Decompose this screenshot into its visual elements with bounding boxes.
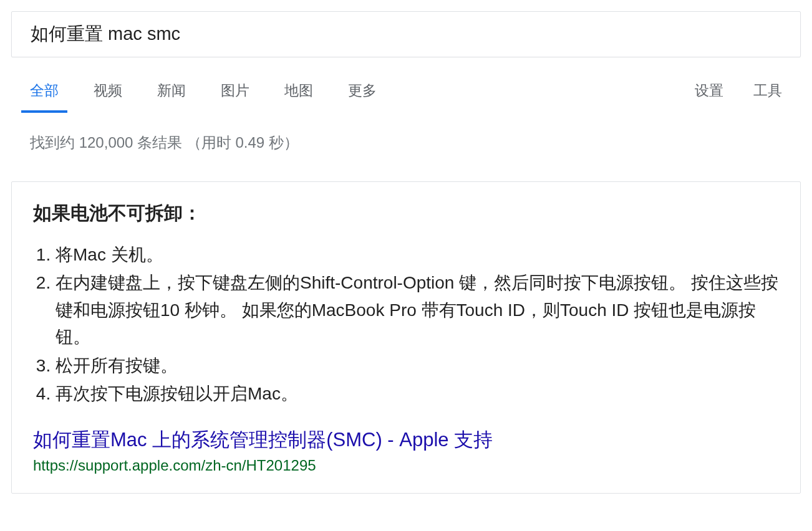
list-item: 在内建键盘上，按下键盘左侧的Shift-Control-Option 键，然后同… bbox=[56, 269, 779, 350]
tab-more[interactable]: 更多 bbox=[348, 81, 377, 112]
search-tabs: 全部 视频 新闻 图片 地图 更多 设置 工具 bbox=[0, 81, 812, 112]
tab-maps[interactable]: 地图 bbox=[284, 81, 313, 112]
list-item: 将Mac 关机。 bbox=[56, 241, 779, 268]
tab-news[interactable]: 新闻 bbox=[157, 81, 186, 112]
snippet-heading: 如果电池不可拆卸： bbox=[33, 201, 779, 226]
settings-link[interactable]: 设置 bbox=[695, 81, 723, 112]
tools-link[interactable]: 工具 bbox=[753, 81, 782, 112]
search-input[interactable] bbox=[31, 24, 759, 45]
tab-videos[interactable]: 视频 bbox=[94, 81, 122, 112]
result-url: https://support.apple.com/zh-cn/HT201295 bbox=[33, 457, 779, 474]
result-stats: 找到约 120,000 条结果 （用时 0.49 秒） bbox=[30, 133, 812, 153]
list-item: 松开所有按键。 bbox=[56, 352, 779, 379]
search-bar bbox=[11, 11, 801, 57]
tab-all[interactable]: 全部 bbox=[30, 81, 59, 112]
tab-images[interactable]: 图片 bbox=[221, 81, 249, 112]
snippet-steps: 将Mac 关机。 在内建键盘上，按下键盘左侧的Shift-Control-Opt… bbox=[33, 241, 779, 407]
list-item: 再次按下电源按钮以开启Mac。 bbox=[56, 380, 779, 407]
voice-search-button[interactable] bbox=[759, 29, 774, 40]
result-title-link[interactable]: 如何重置Mac 上的系统管理控制器(SMC) - Apple 支持 bbox=[33, 427, 779, 453]
search-button[interactable] bbox=[774, 29, 789, 40]
featured-snippet: 如果电池不可拆卸： 将Mac 关机。 在内建键盘上，按下键盘左侧的Shift-C… bbox=[11, 181, 801, 494]
